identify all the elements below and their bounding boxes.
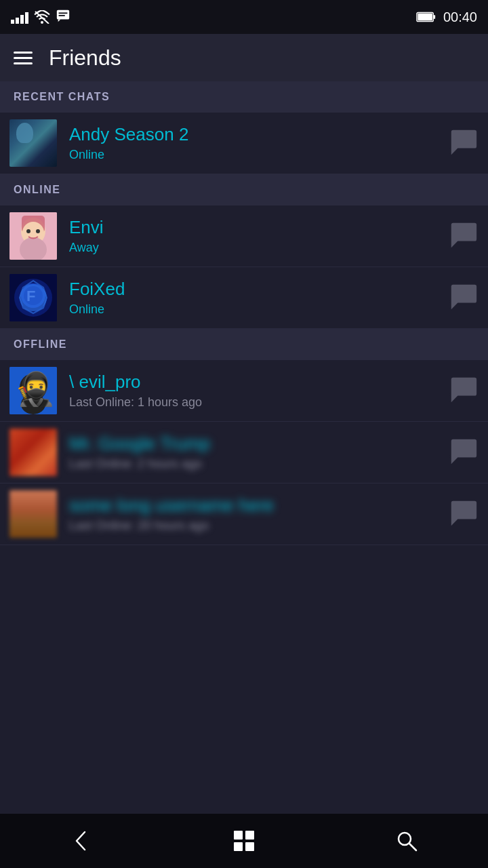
status-bar: 00:40 [0, 0, 488, 34]
back-button[interactable] [54, 821, 108, 861]
svg-rect-23 [22, 387, 44, 393]
chat-button-blurred2[interactable] [447, 497, 479, 531]
friend-name-andy: Andy Season 2 [69, 124, 447, 145]
friend-item-blurred2[interactable]: some long username here Last Online: 20 … [0, 484, 488, 545]
chat-button-blurred1[interactable] [447, 435, 479, 469]
friend-item-andy[interactable]: Andy Season 2 Online [0, 113, 488, 174]
svg-rect-31 [234, 842, 243, 851]
search-button[interactable] [380, 821, 434, 861]
avatar-envi-art [9, 212, 57, 260]
svg-rect-2 [57, 10, 69, 20]
message-notification-icon [56, 8, 70, 26]
svg-rect-3 [59, 12, 68, 14]
status-left [11, 8, 70, 26]
friend-status-envi: Away [69, 241, 447, 255]
section-recent-chats: RECENT CHATS [0, 81, 488, 113]
home-button[interactable] [217, 821, 271, 861]
avatar-envi [9, 212, 57, 260]
friend-status-blurred1: Last Online: 2 hours ago [69, 457, 447, 471]
svg-point-14 [36, 229, 40, 233]
svg-rect-6 [433, 15, 435, 19]
friend-item-evil-pro[interactable]: \ evil_pro Last Online: 1 hours ago [0, 360, 488, 422]
friend-name-foixed: FoiXed [69, 279, 447, 300]
friend-status-blurred2: Last Online: 20 hours ago [69, 519, 447, 533]
avatar-andy [9, 119, 57, 167]
chat-button-envi[interactable] [447, 219, 479, 253]
chat-button-andy[interactable] [447, 126, 479, 160]
friend-item-envi[interactable]: Envi Away [0, 205, 488, 267]
svg-point-21 [20, 374, 47, 401]
section-offline: OFFLINE [0, 329, 488, 360]
friend-name-envi: Envi [69, 217, 447, 238]
friend-item-blurred1[interactable]: Mr. Google Trump Last Online: 2 hours ag… [0, 422, 488, 484]
battery-icon [416, 11, 436, 23]
avatar-foixed-art: F [9, 274, 57, 321]
svg-text:F: F [26, 288, 35, 304]
section-online: ONLINE [0, 174, 488, 205]
svg-rect-30 [245, 831, 254, 840]
page-title: Friends [49, 45, 121, 71]
svg-point-17 [21, 283, 45, 308]
svg-point-18 [24, 286, 43, 305]
status-right: 00:40 [416, 9, 477, 25]
avatar-foixed: F [9, 274, 57, 321]
svg-rect-4 [59, 15, 65, 16]
header: Friends [0, 34, 488, 81]
bottom-nav [0, 814, 488, 868]
avatar-evil-pro-art [9, 367, 57, 414]
menu-button[interactable] [14, 52, 33, 64]
friend-name-evil-pro: \ evil_pro [69, 372, 447, 393]
friend-status-andy: Online [69, 148, 447, 162]
avatar-blurred2 [9, 490, 57, 538]
friend-info-foixed: FoiXed Online [69, 279, 447, 317]
avatar-evil-pro [9, 367, 57, 414]
avatar-blurred1 [9, 429, 57, 476]
svg-point-0 [41, 21, 43, 24]
wifi-icon [34, 10, 50, 24]
friend-info-envi: Envi Away [69, 217, 447, 255]
svg-rect-29 [234, 831, 243, 840]
friend-name-blurred2: some long username here [69, 495, 447, 516]
signal-icon [11, 10, 28, 24]
friend-status-evil-pro: Last Online: 1 hours ago [69, 395, 447, 410]
svg-point-26 [35, 380, 41, 386]
friend-item-foixed[interactable]: F FoiXed Online [0, 267, 488, 329]
friend-info-andy: Andy Season 2 Online [69, 124, 447, 162]
svg-rect-32 [245, 842, 254, 851]
svg-point-24 [21, 394, 45, 414]
svg-point-27 [28, 382, 31, 385]
svg-rect-7 [418, 14, 432, 20]
svg-line-34 [409, 844, 416, 850]
svg-point-16 [14, 279, 52, 317]
svg-point-25 [26, 380, 31, 386]
svg-point-22 [22, 374, 44, 393]
svg-point-28 [37, 382, 41, 385]
friend-name-blurred1: Mr. Google Trump [69, 433, 447, 454]
chat-button-evil-pro[interactable] [447, 374, 479, 408]
svg-point-13 [26, 229, 30, 233]
status-time: 00:40 [443, 9, 477, 25]
friend-status-foixed: Online [69, 302, 447, 317]
friend-info-evil-pro: \ evil_pro Last Online: 1 hours ago [69, 372, 447, 410]
chat-button-foixed[interactable] [447, 281, 479, 315]
friend-info-blurred2: some long username here Last Online: 20 … [69, 495, 447, 533]
friend-info-blurred1: Mr. Google Trump Last Online: 2 hours ag… [69, 433, 447, 471]
svg-rect-20 [9, 367, 57, 414]
